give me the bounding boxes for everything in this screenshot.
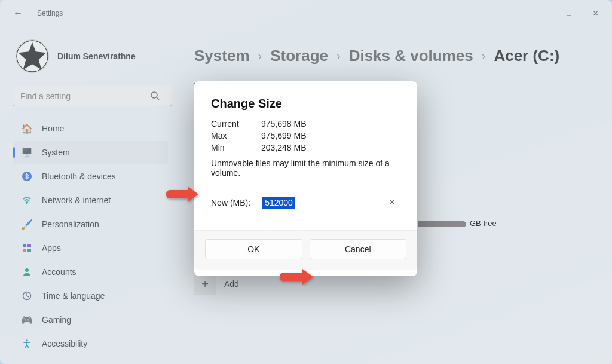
sidebar-item-gaming[interactable]: 🎮 Gaming — [13, 308, 168, 331]
svg-point-13 — [26, 339, 28, 342]
current-key: Current — [211, 119, 244, 129]
sidebar-item-label: Accessibility — [42, 339, 87, 348]
chevron-right-icon: › — [482, 49, 486, 63]
breadcrumb-current: Acer (C:) — [494, 47, 559, 65]
chevron-right-icon: › — [258, 49, 262, 63]
ok-button[interactable]: OK — [205, 239, 302, 259]
svg-point-6 — [26, 203, 27, 204]
dialog-note: Unmovable files may limit the minimum si… — [211, 158, 400, 178]
home-icon: 🏠 — [22, 123, 32, 134]
titlebar: ← Settings — ☐ ✕ — [0, 0, 612, 26]
add-path-button[interactable]: + Add — [194, 273, 600, 295]
current-value: 975,698 MB — [261, 119, 307, 129]
maximize-button[interactable]: ☐ — [556, 4, 582, 22]
cancel-button[interactable]: Cancel — [310, 239, 407, 259]
min-value: 203,248 MB — [261, 143, 307, 152]
plus-icon: + — [194, 273, 216, 295]
max-value: 975,699 MB — [261, 131, 307, 140]
svg-rect-10 — [27, 249, 31, 252]
storage-bar — [418, 221, 466, 227]
breadcrumb: System › Storage › Disks & volumes › Ace… — [194, 47, 600, 65]
search-input[interactable] — [13, 86, 172, 106]
svg-point-11 — [25, 268, 29, 272]
sidebar-item-label: Network & internet — [42, 195, 111, 205]
nav-list: 🏠 Home 🖥️ System Bluetooth & devices — [13, 117, 172, 356]
window-title: Settings — [30, 9, 63, 17]
input-selection: 512000 — [262, 197, 295, 209]
svg-rect-7 — [23, 244, 26, 247]
svg-rect-9 — [23, 249, 26, 252]
sidebar-item-label: Apps — [42, 243, 61, 253]
dialog-title: Change Size — [211, 97, 400, 111]
search-icon — [150, 91, 160, 102]
time-icon — [22, 290, 32, 301]
gaming-icon: 🎮 — [22, 314, 32, 325]
breadcrumb-storage[interactable]: Storage — [270, 47, 328, 65]
add-label: Add — [224, 279, 239, 289]
minimize-button[interactable]: — — [530, 4, 556, 22]
sidebar-item-label: Time & language — [42, 291, 105, 301]
svg-point-3 — [151, 92, 157, 98]
sidebar-item-label: Bluetooth & devices — [42, 172, 116, 181]
sidebar-item-accounts[interactable]: Accounts — [13, 261, 168, 283]
sidebar-item-label: Gaming — [42, 315, 71, 325]
chevron-right-icon: › — [336, 49, 341, 63]
sidebar-item-time[interactable]: Time & language — [13, 285, 168, 307]
accessibility-icon — [22, 338, 32, 349]
sidebar: Dilum Senevirathne 🏠 Home 🖥️ System — [0, 26, 176, 364]
annotation-arrow-icon — [280, 269, 313, 285]
sidebar-item-network[interactable]: Network & internet — [13, 189, 168, 212]
avatar — [16, 39, 49, 73]
svg-line-4 — [157, 97, 159, 100]
min-key: Min — [211, 143, 244, 152]
breadcrumb-system[interactable]: System — [194, 47, 250, 65]
change-size-dialog: Change Size Current 975,698 MB Max 975,6… — [194, 81, 417, 276]
close-button[interactable]: ✕ — [582, 4, 608, 22]
bluetooth-icon — [22, 171, 32, 182]
system-icon: 🖥️ — [22, 147, 32, 158]
profile[interactable]: Dilum Senevirathne — [16, 39, 169, 73]
storage-free-label: GB free — [470, 219, 497, 228]
back-button[interactable]: ← — [6, 1, 30, 25]
sidebar-item-label: Home — [42, 124, 64, 133]
new-size-label: New (MB): — [211, 198, 250, 207]
sidebar-item-label: Accounts — [42, 267, 76, 277]
svg-rect-8 — [27, 244, 31, 247]
sidebar-item-label: System — [42, 148, 70, 157]
personalization-icon: 🖌️ — [22, 219, 32, 230]
sidebar-item-accessibility[interactable]: Accessibility — [13, 332, 168, 355]
max-key: Max — [211, 131, 244, 140]
annotation-arrow-icon — [166, 186, 198, 202]
sidebar-item-bluetooth[interactable]: Bluetooth & devices — [13, 165, 168, 188]
apps-icon — [22, 243, 32, 253]
network-icon — [22, 195, 32, 206]
profile-name: Dilum Senevirathne — [57, 51, 136, 61]
clear-input-icon[interactable]: ✕ — [388, 197, 396, 207]
sidebar-item-label: Personalization — [42, 219, 99, 229]
sidebar-item-apps[interactable]: Apps — [13, 237, 168, 259]
breadcrumb-disks[interactable]: Disks & volumes — [349, 47, 473, 65]
sidebar-item-system[interactable]: 🖥️ System — [13, 141, 168, 164]
sidebar-item-personalization[interactable]: 🖌️ Personalization — [13, 213, 168, 235]
sidebar-item-home[interactable]: 🏠 Home — [13, 117, 168, 140]
accounts-icon — [22, 267, 32, 277]
